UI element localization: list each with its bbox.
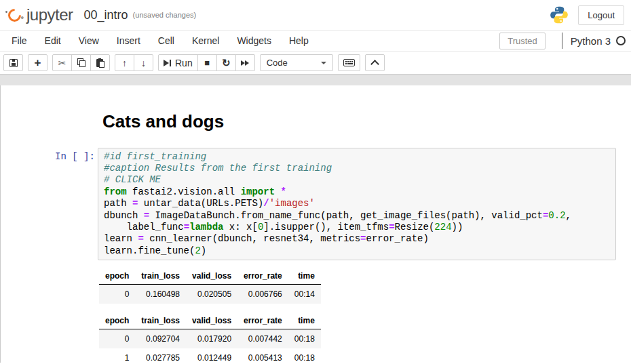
cell-value: 0.020505 — [186, 285, 237, 304]
column-header: train_loss — [135, 268, 186, 285]
trusted-badge[interactable]: Trusted — [499, 33, 546, 49]
notebook-title[interactable]: 00_intro — [84, 8, 128, 22]
cell-value: 0 — [99, 285, 135, 304]
menu-file[interactable]: File — [3, 31, 36, 51]
scissors-icon: ✂ — [58, 58, 66, 68]
cell-value: 0 — [99, 329, 135, 349]
toolbar-group: + — [28, 54, 47, 71]
cell-value: 0.006766 — [237, 285, 288, 304]
toolbar-group — [365, 54, 385, 71]
cell-value: 0.007442 — [237, 329, 288, 349]
paste-cell-button[interactable] — [90, 54, 110, 71]
menu-bar: File Edit View Insert Cell Kernel Widget… — [0, 30, 631, 52]
menu-edit[interactable]: Edit — [36, 31, 70, 51]
toolbar-button-groups: +✂↑↓Run■↻ — [3, 54, 255, 71]
keyboard-icon — [343, 59, 355, 66]
copy-cell-button[interactable] — [71, 54, 91, 71]
input-prompt: In [ ]: — [55, 148, 98, 162]
run-cell-label: Run — [175, 58, 193, 68]
copy-icon — [77, 58, 85, 67]
cell-value: 0.160498 — [135, 285, 186, 304]
menubar-right: Trusted Python 3 — [499, 33, 631, 49]
logo-dot — [20, 16, 24, 20]
arrow-down-icon: ↓ — [141, 58, 146, 68]
command-palette-button[interactable] — [338, 54, 360, 71]
logo-dot — [5, 10, 7, 13]
cell-value: 0.092704 — [135, 329, 186, 349]
jupyter-logo[interactable]: jupyter — [8, 5, 73, 24]
restart-run-all-button[interactable] — [235, 54, 255, 71]
column-header: epoch — [99, 312, 135, 329]
autosave-status: (unsaved changes) — [133, 11, 197, 19]
cell-value: 0.005413 — [237, 348, 288, 364]
menu-view[interactable]: View — [70, 31, 108, 51]
table-row: 00.0927040.0179200.00744200:18 — [99, 329, 321, 349]
code-line: from fastai2.vision.all import * — [104, 186, 610, 198]
code-area: #id first_training#caption Results from … — [104, 151, 610, 258]
code-line: label_func=lambda x: x[0].isupper(), ite… — [104, 222, 610, 233]
scroll-up-button[interactable] — [365, 54, 385, 71]
code-line: #id first_training — [104, 151, 610, 163]
cell-type-dropdown[interactable]: Code — [260, 54, 333, 71]
code-line: learn.fine_tune(2) — [104, 245, 610, 257]
column-header: time — [288, 312, 321, 329]
plus-icon: + — [35, 57, 41, 68]
restart-kernel-button[interactable]: ↻ — [216, 54, 236, 71]
cell-value: 0.012449 — [186, 348, 237, 364]
stop-icon: ■ — [204, 58, 210, 67]
table-row: 10.0277850.0124490.00541300:18 — [99, 348, 321, 364]
toolbar-group — [3, 54, 23, 71]
move-cell-down-button[interactable]: ↓ — [134, 54, 153, 71]
code-line: # CLICK ME — [104, 174, 610, 186]
menu-cell[interactable]: Cell — [149, 31, 183, 51]
code-cell[interactable]: In [ ]: #id first_training#caption Resul… — [1, 148, 631, 261]
arrow-up-icon: ↑ — [122, 58, 127, 68]
jupyter-logo-icon — [5, 6, 24, 24]
column-header: valid_loss — [186, 312, 237, 329]
menu-widgets[interactable]: Widgets — [228, 31, 280, 51]
toolbar-group: ✂ — [52, 54, 110, 71]
python-logo-icon — [550, 5, 569, 24]
code-line: #caption Results from the first training — [104, 163, 610, 174]
kernel-idle-icon — [616, 36, 626, 45]
column-header: error_rate — [237, 312, 288, 329]
toolbar-group — [338, 54, 360, 71]
restart-icon: ↻ — [222, 58, 231, 68]
chevron-up-icon — [370, 60, 379, 68]
floppy-icon — [9, 59, 18, 67]
markdown-heading[interactable]: Cats and dogs — [102, 112, 631, 132]
cell-value: 00:18 — [288, 329, 321, 349]
code-line: path = untar_data(URLs.PETS)/'images' — [104, 198, 610, 209]
cell-type-selected: Code — [267, 58, 288, 68]
menu-help[interactable]: Help — [280, 31, 318, 51]
table-row: 00.1604980.0205050.00676600:14 — [99, 285, 321, 304]
move-cell-up-button[interactable]: ↑ — [115, 54, 134, 71]
insert-cell-below-button[interactable]: + — [28, 54, 47, 71]
save-notebook-button[interactable] — [3, 54, 23, 71]
run-cell-button[interactable]: Run — [158, 54, 198, 71]
site-background-strip — [0, 75, 631, 85]
code-line: dbunch = ImageDataBunch.from_name_func(p… — [104, 210, 610, 222]
cell-value: 0.017920 — [186, 329, 237, 349]
logout-button[interactable]: Logout — [578, 5, 624, 25]
jupyter-logo-text: jupyter — [26, 5, 73, 24]
step-forward-icon — [164, 60, 172, 66]
kernel-divider — [562, 33, 562, 49]
fast-forward-icon — [241, 60, 250, 66]
toolbar-group: Run■↻ — [158, 54, 255, 71]
toolbar: +✂↑↓Run■↻ Code — [0, 52, 631, 75]
column-header: train_loss — [135, 312, 186, 329]
cut-cell-button[interactable]: ✂ — [52, 54, 72, 71]
notebook-header: jupyter 00_intro (unsaved changes) Logou… — [0, 0, 631, 30]
interrupt-kernel-button[interactable]: ■ — [197, 54, 217, 71]
menu-insert[interactable]: Insert — [108, 31, 149, 51]
column-header: time — [288, 268, 321, 285]
code-line: learn = cnn_learner(dbunch, resnet34, me… — [104, 233, 610, 245]
cell-value: 00:14 — [288, 285, 321, 304]
menu-kernel[interactable]: Kernel — [183, 31, 228, 51]
code-input-area[interactable]: #id first_training#caption Results from … — [98, 148, 616, 261]
cell-value: 00:18 — [288, 348, 321, 364]
column-header: error_rate — [237, 268, 288, 285]
column-header: valid_loss — [186, 268, 237, 285]
notebook-container: Cats and dogs In [ ]: #id first_training… — [0, 85, 631, 363]
